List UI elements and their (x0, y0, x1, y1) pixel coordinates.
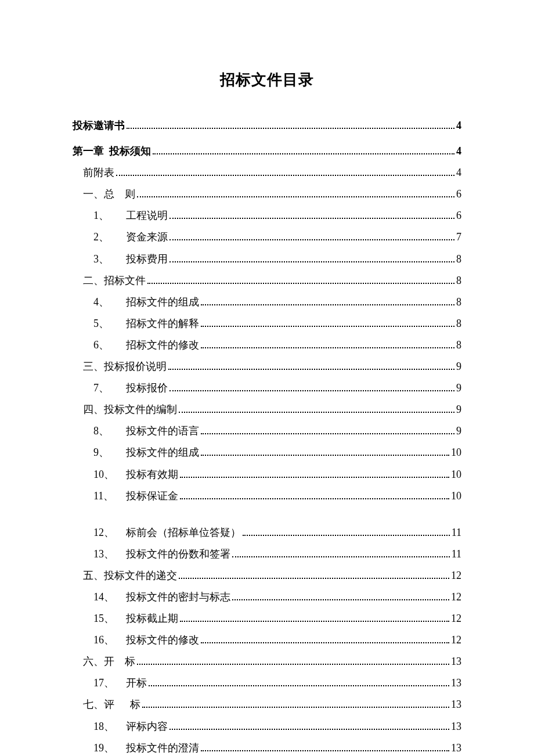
toc-entry-page: 8 (456, 273, 461, 288)
toc-entry-label: 19、投标文件的澄清 (93, 740, 199, 755)
toc-entry-page: 6 (456, 186, 461, 201)
toc-entry: 第一章 投标须知4 (73, 143, 461, 159)
toc-leader-dots (180, 498, 449, 499)
toc-leader-dots (169, 218, 454, 219)
toc-entry-label: 18、评标内容 (93, 719, 168, 734)
toc-leader-dots (169, 261, 454, 262)
toc-entry-number: 16、 (93, 632, 126, 647)
toc-entry: 投标邀请书4 (73, 118, 461, 133)
toc-entry-page: 12 (451, 611, 461, 626)
toc-leader-dots (169, 239, 454, 240)
toc-entry-page: 8 (456, 337, 461, 352)
toc-entry-number: 8、 (93, 423, 126, 438)
toc-entry-label: 5、招标文件的解释 (93, 316, 199, 331)
toc-entry-label: 8、投标文件的语言 (93, 423, 199, 438)
toc-entry-label: 前附表 (83, 165, 114, 180)
toc-leader-dots (169, 729, 449, 730)
toc-entry-label: 13、投标文件的份数和签署 (93, 546, 230, 561)
toc-leader-dots (149, 685, 449, 686)
toc-entry-page: 10 (451, 467, 461, 482)
toc-entry-number: 1、 (93, 208, 126, 223)
toc-entry: 11、投标保证金10 (73, 488, 461, 503)
toc-entry-page: 8 (456, 294, 461, 309)
toc-entry-page: 9 (456, 380, 461, 395)
toc-entry-number: 14、 (93, 589, 126, 604)
toc-leader-dots (201, 304, 454, 305)
toc-entry: 六、开 标13 (73, 654, 461, 669)
toc-leader-dots (201, 433, 454, 434)
toc-entry: 13、投标文件的份数和签署11 (73, 546, 461, 561)
toc-entry: 1、工程说明6 (73, 208, 461, 223)
toc-entry: 二、招标文件8 (73, 273, 461, 288)
toc-entry-label: 1、工程说明 (93, 208, 168, 223)
toc-entry-number: 19、 (93, 740, 126, 755)
toc-entry: 五、投标文件的递交12 (73, 568, 461, 583)
toc-leader-dots (232, 599, 449, 600)
toc-entry-page: 4 (456, 165, 461, 180)
toc-entry: 七、评 标13 (73, 697, 461, 712)
toc-leader-dots (127, 128, 454, 129)
toc-entry-page: 13 (451, 740, 461, 755)
toc-entry: 2、资金来源7 (73, 229, 461, 244)
toc-leader-dots (153, 153, 454, 154)
toc-entry-page: 9 (456, 423, 461, 438)
toc-entry-page: 11 (452, 525, 461, 540)
toc-entry-number: 9、 (93, 445, 126, 460)
toc-entry-number: 7、 (93, 380, 126, 395)
toc-entry-label: 15、投标截止期 (93, 611, 178, 626)
toc-entry: 17、开标13 (73, 675, 461, 690)
toc-leader-dots (168, 369, 454, 370)
toc-entry-page: 12 (451, 568, 461, 583)
toc-entry: 6、招标文件的修改8 (73, 337, 461, 352)
toc-entry-number: 12、 (93, 525, 126, 540)
toc-entry-label: 2、资金来源 (93, 229, 168, 244)
toc-leader-dots (201, 750, 449, 751)
toc-entry-label: 12、标前会（招标单位答疑） (93, 525, 241, 540)
toc-entry-page: 13 (451, 654, 461, 669)
toc-entry-label: 14、投标文件的密封与标志 (93, 589, 230, 604)
toc-entry-label: 3、投标费用 (93, 251, 168, 267)
toc-entry-label: 10、投标有效期 (93, 467, 178, 482)
toc-entry-label: 4、招标文件的组成 (93, 294, 199, 309)
toc-entry-label: 五、投标文件的递交 (83, 568, 177, 583)
toc-entry-page: 12 (451, 589, 461, 604)
table-of-contents: 投标邀请书4第一章 投标须知4前附表4一、总 则61、工程说明62、资金来源73… (73, 118, 461, 756)
toc-entry-number: 17、 (93, 675, 126, 690)
toc-leader-dots (116, 175, 454, 176)
toc-entry-label: 16、投标文件的修改 (93, 632, 199, 647)
toc-entry-label: 三、投标报价说明 (83, 359, 167, 374)
toc-entry-page: 8 (456, 316, 461, 331)
toc-entry-page: 10 (451, 445, 461, 460)
toc-entry: 14、投标文件的密封与标志12 (73, 589, 461, 604)
toc-leader-dots (169, 390, 454, 391)
toc-entry: 19、投标文件的澄清13 (73, 740, 461, 755)
toc-entry-page: 6 (456, 208, 461, 223)
toc-entry: 9、投标文件的组成10 (73, 445, 461, 460)
toc-entry-page: 13 (451, 719, 461, 734)
toc-leader-dots (180, 621, 449, 622)
toc-leader-dots (137, 196, 454, 197)
toc-leader-dots (201, 326, 454, 327)
toc-entry: 4、招标文件的组成8 (73, 294, 461, 309)
toc-entry: 7、投标报价9 (73, 380, 461, 395)
toc-entry-label: 一、总 则 (83, 186, 135, 201)
toc-entry-label: 投标邀请书 (73, 118, 125, 133)
toc-entry: 18、评标内容13 (73, 719, 461, 734)
toc-leader-dots (232, 556, 450, 557)
toc-entry-page: 9 (456, 359, 461, 374)
toc-leader-dots (179, 412, 454, 413)
toc-entry-page: 12 (451, 632, 461, 647)
toc-leader-dots (147, 283, 454, 284)
toc-entry-label: 七、评 标 (83, 697, 140, 712)
toc-entry-page: 4 (456, 143, 461, 159)
toc-leader-dots (142, 707, 449, 708)
toc-entry-label: 11、投标保证金 (93, 488, 178, 503)
toc-entry-page: 9 (456, 402, 461, 417)
toc-leader-dots (201, 455, 449, 456)
toc-entry-page: 8 (456, 251, 461, 267)
toc-entry: 8、投标文件的语言9 (73, 423, 461, 438)
toc-entry-page: 7 (456, 229, 461, 244)
toc-entry-number: 5、 (93, 316, 126, 331)
toc-leader-dots (243, 535, 450, 536)
toc-leader-dots (201, 347, 454, 348)
